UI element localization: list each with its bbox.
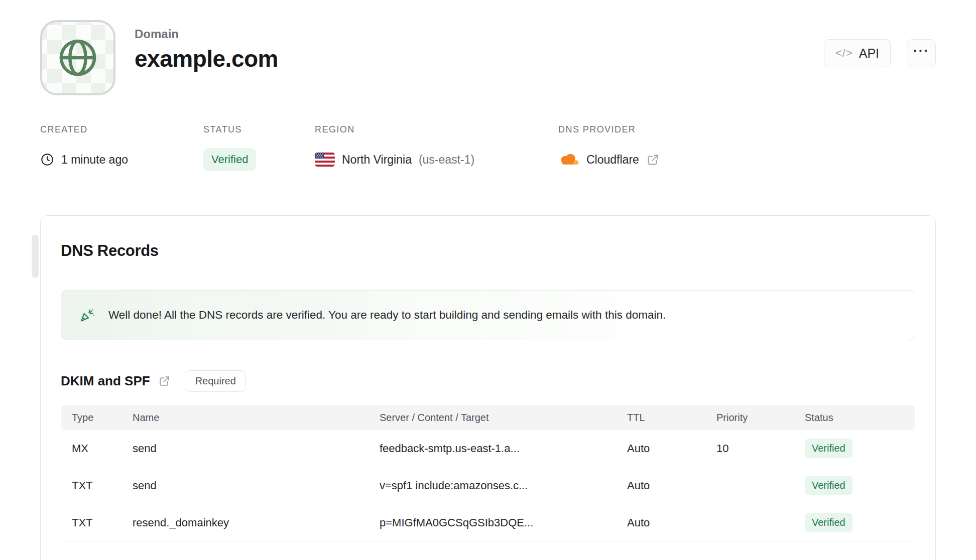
record-type: MX bbox=[72, 442, 133, 455]
record-status-badge: Verified bbox=[805, 513, 852, 532]
record-content: p=MIGfMA0GCSqGSIb3DQE... bbox=[380, 516, 627, 529]
api-button[interactable]: </> API bbox=[824, 39, 891, 67]
record-ttl: Auto bbox=[627, 442, 716, 455]
region-code: (us-east-1) bbox=[419, 153, 474, 167]
section-scroll-indicator bbox=[32, 235, 39, 278]
dns-records-table: Type Name Server / Content / Target TTL … bbox=[61, 405, 915, 541]
meta-region: REGION bbox=[315, 124, 558, 172]
record-ttl: Auto bbox=[627, 516, 716, 529]
alert-text: Well done! All the DNS records are verif… bbox=[108, 309, 666, 322]
status-badge: Verified bbox=[203, 148, 256, 171]
meta-created: CREATED 1 minute ago bbox=[40, 124, 203, 172]
table-row: MX send feedback-smtp.us-east-1.a... Aut… bbox=[61, 430, 915, 467]
created-label: CREATED bbox=[40, 124, 203, 135]
record-status: Verified bbox=[805, 513, 915, 532]
dns-provider-value: Cloudflare bbox=[586, 153, 639, 167]
status-label: STATUS bbox=[203, 124, 315, 135]
record-status-badge: Verified bbox=[805, 476, 852, 495]
us-flag-icon bbox=[315, 153, 335, 167]
record-name: send bbox=[133, 479, 380, 492]
region-value: North Virginia bbox=[342, 153, 412, 167]
dns-provider-external-link-icon[interactable] bbox=[646, 153, 660, 167]
record-content: feedback-smtp.us-east-1.a... bbox=[380, 442, 627, 455]
table-row: TXT send v=spf1 include:amazonses.c... A… bbox=[61, 467, 915, 504]
api-button-label: API bbox=[859, 46, 879, 61]
record-status: Verified bbox=[805, 476, 915, 495]
record-type: TXT bbox=[72, 479, 133, 492]
column-header-status: Status bbox=[805, 412, 915, 424]
region-label: REGION bbox=[315, 124, 558, 135]
record-name: resend._domainkey bbox=[133, 516, 380, 529]
column-header-name: Name bbox=[133, 412, 380, 424]
column-header-content: Server / Content / Target bbox=[380, 412, 627, 424]
dkim-spf-external-link-icon[interactable] bbox=[158, 375, 171, 387]
record-content: v=spf1 include:amazonses.c... bbox=[380, 479, 627, 492]
clock-icon bbox=[40, 153, 54, 167]
page-kicker: Domain bbox=[135, 27, 278, 41]
required-badge: Required bbox=[186, 370, 246, 392]
dkim-spf-header: DKIM and SPF Required bbox=[61, 370, 915, 392]
more-button[interactable]: ··· bbox=[907, 39, 936, 67]
domain-detail-page: Domain example.com </> API ··· CREATED bbox=[0, 0, 976, 560]
page-title: example.com bbox=[135, 45, 278, 72]
cloudflare-icon bbox=[558, 153, 579, 167]
dns-records-title: DNS Records bbox=[61, 242, 915, 260]
header-actions: </> API ··· bbox=[824, 39, 936, 67]
record-type: TXT bbox=[72, 516, 133, 529]
record-ttl: Auto bbox=[627, 479, 716, 492]
globe-icon bbox=[55, 35, 101, 81]
record-status-badge: Verified bbox=[805, 439, 852, 458]
dkim-spf-title: DKIM and SPF bbox=[61, 373, 150, 389]
record-status: Verified bbox=[805, 439, 915, 458]
code-icon: </> bbox=[835, 47, 853, 60]
table-header-row: Type Name Server / Content / Target TTL … bbox=[61, 405, 915, 430]
dns-provider-label: DNS PROVIDER bbox=[558, 124, 660, 135]
record-priority: 10 bbox=[716, 442, 805, 455]
page-header: Domain example.com </> API ··· bbox=[40, 20, 936, 95]
header-text: Domain example.com bbox=[135, 20, 278, 72]
column-header-type: Type bbox=[72, 412, 133, 424]
dns-records-card: DNS Records Well done! All the DNS recor… bbox=[40, 215, 936, 560]
meta-dns-provider: DNS PROVIDER Cloud bbox=[558, 124, 660, 172]
party-popper-icon bbox=[78, 307, 95, 324]
verification-success-alert: Well done! All the DNS records are verif… bbox=[61, 290, 915, 340]
column-header-priority: Priority bbox=[716, 412, 805, 424]
meta-status: STATUS Verified bbox=[203, 124, 315, 172]
ellipsis-icon: ··· bbox=[913, 43, 929, 59]
created-value: 1 minute ago bbox=[61, 153, 128, 167]
domain-meta-row: CREATED 1 minute ago STATUS Verified REG… bbox=[40, 124, 936, 172]
table-row: TXT resend._domainkey p=MIGfMA0GCSqGSIb3… bbox=[61, 504, 915, 541]
domain-avatar bbox=[40, 20, 115, 95]
column-header-ttl: TTL bbox=[627, 412, 716, 424]
record-name: send bbox=[133, 442, 380, 455]
